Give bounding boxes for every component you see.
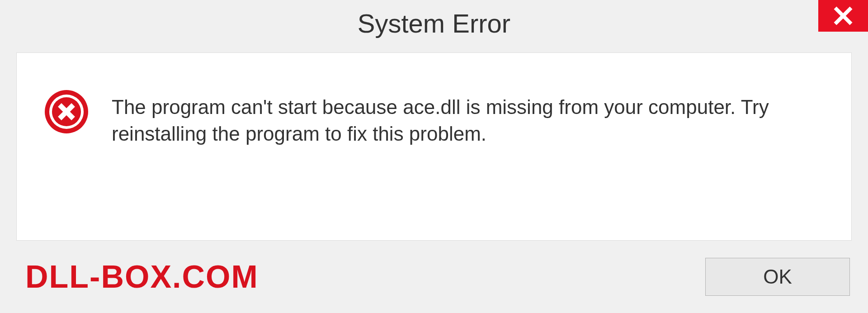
watermark-text: DLL-BOX.COM (25, 259, 259, 295)
close-button[interactable] (818, 0, 868, 32)
titlebar: System Error (0, 0, 868, 41)
error-message-text: The program can't start because ace.dll … (112, 94, 824, 147)
window-title: System Error (358, 8, 510, 38)
close-icon (833, 6, 853, 26)
ok-button[interactable]: OK (705, 258, 850, 296)
dialog-footer: DLL-BOX.COM OK (16, 241, 852, 313)
error-icon (44, 89, 89, 134)
content-area: The program can't start because ace.dll … (0, 41, 868, 313)
error-dialog-window: System Error The program can't start bec… (0, 0, 868, 313)
message-box: The program can't start because ace.dll … (16, 52, 852, 241)
